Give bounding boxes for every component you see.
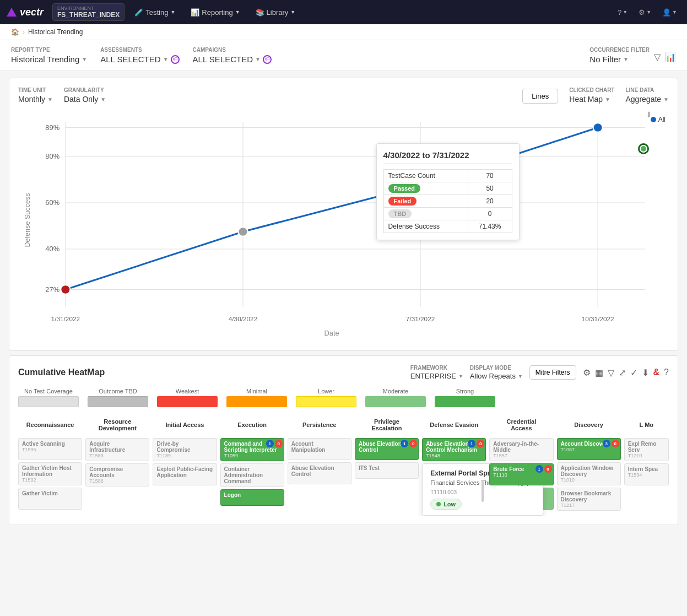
user-icon: 👤 [662,8,671,17]
chevron-down-icon: ▼ [170,9,175,15]
hm-cell[interactable]: Brute Force T1110 1 0 [489,463,553,485]
grid-icon[interactable]: ▦ [595,368,603,378]
svg-text:40%: 40% [45,245,59,253]
chevron-down-icon: ▼ [82,56,87,62]
display-mode-value: Allow Repeats [470,372,516,380]
mitre-filters-button[interactable]: Mitre Filters [529,365,576,380]
line-data-select[interactable]: Aggregate ▼ [625,95,669,104]
hm-cell[interactable]: Adversary-in-the-Middle T1557 [489,438,553,461]
display-mode-select[interactable]: Allow Repeats ▼ [470,372,523,380]
gear-icon: ⚙ [639,8,645,17]
framework-label: Framework [410,365,463,371]
help-icon[interactable]: ? [664,368,669,377]
breadcrumb-separator: › [23,28,25,36]
ampersand-icon[interactable]: & [653,368,660,377]
hm-cell[interactable]: Account Manipulation [288,438,351,460]
hm-cell[interactable]: Container Administration Command [220,463,284,487]
hm-cell[interactable]: Abuse Elevation Control [288,462,351,484]
hm-cell[interactable]: Active Scanning T1595 [18,438,82,460]
table-row: TestCase Count 70 [383,170,512,182]
legend-item: Outcome TBD [88,388,148,407]
tag-icon: 🏷 [171,55,180,64]
hm-cell[interactable]: Compromise Accounts T1586 [85,463,149,487]
chevron-down-icon: ▼ [663,96,669,102]
settings-icon[interactable]: ⚙ [583,368,591,378]
hm-cell[interactable]: Logon [220,489,284,506]
breadcrumb-current: Historical Trending [28,28,83,36]
report-type-select[interactable]: Historical Trending ▼ [11,55,87,64]
hm-cell[interactable]: Abuse Elevation Control 1 0 [355,438,419,460]
line-data-group: Line Data Aggregate ▼ [625,87,669,104]
home-icon[interactable]: 🏠 [11,28,19,36]
env-badge[interactable]: ENVIRONMENT FS_THREAT_INDEX [52,3,125,21]
checkmark-icon[interactable]: ✓ [630,368,637,378]
time-unit-select[interactable]: Monthly ▼ [18,95,53,104]
occurrence-group: Occurrence Filter No Filter ▼ ▽ 📊 [589,47,676,64]
failed-badge: Failed [388,197,417,206]
hm-col-persistence: Persistence Account Manipulation Abuse E… [288,416,351,516]
chevron-down-icon: ▼ [623,9,628,15]
nav-item-testing[interactable]: 🧪 Testing ▼ [129,0,181,24]
help-icon-btn[interactable]: ? ▼ [614,8,631,17]
table-row: Failed 20 [383,195,512,208]
topnav: vectr ENVIRONMENT FS_THREAT_INDEX 🧪 Test… [0,0,687,24]
hm-cell[interactable]: Application Window Discovery T1010 [557,462,621,485]
logo[interactable]: vectr [7,7,44,18]
lines-button[interactable]: Lines [522,89,558,104]
hm-col-resource-development: ResourceDevelopment Acquire Infrastructu… [85,416,149,516]
svg-text:80%: 80% [45,152,59,160]
legend-all-label: All [658,116,666,123]
framework-select[interactable]: ENTERPRISE ▼ [410,372,463,380]
env-label: ENVIRONMENT [57,6,120,11]
hm-cell[interactable]: Exploit Public-Facing Application [153,463,217,485]
hm-cell[interactable]: Intern Spea T1534 [624,463,669,485]
granularity-select[interactable]: Data Only ▼ [64,95,106,104]
clicked-chart-label: Clicked Chart [569,87,614,93]
line-data-value: Aggregate [625,95,661,104]
hm-cell[interactable]: Gather Victim Host Information T1592 [18,462,82,485]
campaigns-select[interactable]: ALL SELECTED ▼ 🏷 [193,55,272,64]
hm-cell-abuse-elevation[interactable]: Abuse Elevation Control Mechanism T1548 … [422,438,486,461]
legend-item: No Test Coverage [18,388,79,407]
chevron-down-icon: ▼ [100,96,106,102]
bar-chart-icon[interactable]: 📊 [665,52,676,62]
hm-col-execution: Execution Command and Scripting Interpre… [220,416,284,516]
nav-item-library[interactable]: 📚 Library ▼ [250,0,301,24]
settings-icon-btn[interactable]: ⚙ ▼ [635,8,654,17]
legend-item: Lower [296,388,356,407]
occurrence-select[interactable]: No Filter ▼ [589,55,650,64]
clicked-chart-select[interactable]: Heat Map ▼ [569,95,614,104]
nav-item-reporting[interactable]: 📊 Reporting ▼ [185,0,245,24]
hm-cell[interactable]: Drive-by Compromise T1189 [153,438,217,461]
campaigns-group: Campaigns ALL SELECTED ▼ 🏷 [193,47,272,64]
bar-chart-icon: 📊 [191,8,199,17]
assessments-value: ALL SELECTED [100,55,161,64]
hm-cell[interactable]: Expl Remo Serv T1210 [624,438,669,461]
hm-cell[interactable]: Acquire Infrastructure T1583 [85,438,149,461]
help-icon: ? [618,8,621,17]
hm-cell[interactable]: Command and Scripting Interpreter T1059 … [220,438,284,461]
passed-badge: Passed [388,184,421,193]
heatmap-title: Cumulative HeatMap [18,368,105,377]
legend-bar: No Test Coverage Outcome TBD Weakest Min… [18,388,669,407]
expand-icon[interactable]: ⤢ [619,368,626,378]
col-header: Reconnaissance [18,416,82,434]
hm-cell[interactable]: Gather Victim [18,488,82,510]
col-header: Initial Access [153,416,217,434]
chevron-down-icon: ▼ [255,56,261,62]
col-header: L Mo [624,416,669,434]
campaigns-value: ALL SELECTED [193,55,253,64]
svg-text:Defense Success: Defense Success [23,193,31,247]
user-icon-btn[interactable]: 👤 ▼ [659,8,680,17]
hm-cell[interactable]: Account Discovery T1087 3 0 [557,438,621,460]
tag-icon: 🏷 [263,55,272,64]
assessments-select[interactable]: ALL SELECTED ▼ 🏷 [100,55,179,64]
filter-icon[interactable]: ▽ [608,368,614,378]
download-icon[interactable]: ⬇ [642,368,649,378]
chart-tooltip: 4/30/2022 to 7/31/2022 TestCase Count 70… [376,143,520,240]
svg-text:60%: 60% [45,198,59,207]
filter-funnel-icon[interactable]: ▽ [654,52,661,62]
hm-cell[interactable]: ITS Test [355,462,419,479]
hm-cell-popup: External Portal Spray - 1 Financial Serv… [422,463,486,516]
hm-cell[interactable]: Browser Bookmark Discovery T1217 [557,488,621,511]
